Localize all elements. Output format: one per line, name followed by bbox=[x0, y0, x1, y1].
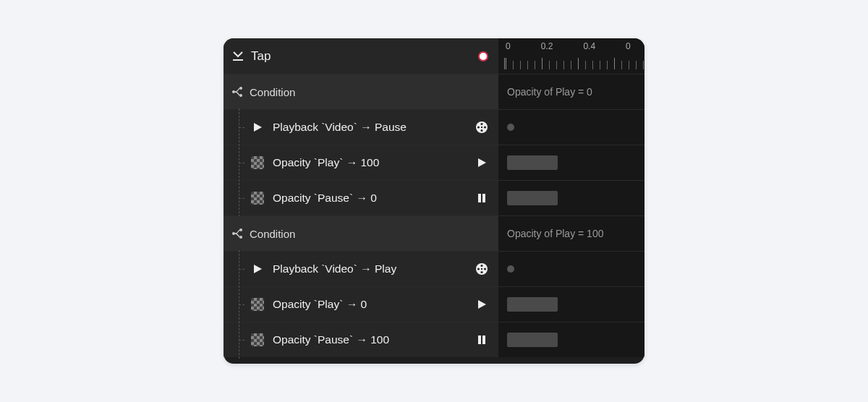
opacity-icon bbox=[250, 296, 265, 312]
ruler-label: 0 bbox=[506, 41, 511, 51]
action-row[interactable]: Opacity `Play` → 100 bbox=[224, 145, 644, 180]
tree-connector bbox=[231, 322, 248, 357]
keyframe-bar[interactable] bbox=[507, 191, 558, 205]
condition-row[interactable]: Condition Opacity of Play = 100 bbox=[224, 215, 644, 251]
svg-point-22 bbox=[480, 271, 482, 273]
tree-connector bbox=[231, 252, 248, 286]
svg-point-15 bbox=[239, 228, 242, 231]
svg-point-3 bbox=[239, 94, 242, 97]
play-icon bbox=[250, 119, 265, 135]
opacity-icon bbox=[250, 332, 265, 348]
action-row[interactable]: Playback `Video` → Play bbox=[224, 251, 644, 286]
condition-label: Condition bbox=[250, 86, 295, 98]
svg-point-21 bbox=[484, 268, 486, 270]
play-icon[interactable] bbox=[474, 296, 490, 312]
condition-description: Opacity of Play = 100 bbox=[507, 228, 603, 239]
svg-point-23 bbox=[481, 268, 482, 270]
reel-icon[interactable] bbox=[474, 119, 490, 135]
pause-icon[interactable] bbox=[474, 190, 490, 206]
svg-point-9 bbox=[480, 129, 482, 132]
action-text: Opacity `Pause` → 100 bbox=[273, 333, 389, 346]
keyframe-bar[interactable] bbox=[507, 155, 558, 170]
ruler-label: 0 bbox=[626, 41, 631, 51]
action-row[interactable]: Opacity `Pause` → 0 bbox=[224, 180, 644, 215]
ruler-label: 0.4 bbox=[583, 41, 595, 51]
action-text: Playback `Video` → Pause bbox=[273, 121, 407, 134]
opacity-icon bbox=[250, 155, 265, 171]
timeline-ruler[interactable]: 0 0.2 0.4 0 bbox=[498, 38, 644, 74]
keyframe-dot[interactable] bbox=[507, 124, 514, 131]
condition-row[interactable]: Condition Opacity of Play = 0 bbox=[224, 74, 644, 109]
condition-description: Opacity of Play = 0 bbox=[507, 86, 592, 98]
action-text: Opacity `Play` → 100 bbox=[273, 156, 379, 169]
svg-point-7 bbox=[477, 126, 480, 128]
play-icon[interactable] bbox=[474, 155, 490, 171]
svg-point-19 bbox=[480, 265, 482, 267]
branch-icon bbox=[231, 227, 244, 240]
reel-icon[interactable] bbox=[474, 261, 490, 277]
play-icon bbox=[250, 261, 265, 277]
svg-point-16 bbox=[239, 236, 242, 239]
keyframe-dot[interactable] bbox=[507, 265, 514, 273]
keyframe-bar[interactable] bbox=[507, 297, 558, 312]
svg-rect-26 bbox=[482, 335, 485, 344]
keyframe-bar[interactable] bbox=[507, 333, 558, 347]
pause-icon[interactable] bbox=[474, 332, 490, 348]
svg-rect-25 bbox=[478, 335, 481, 344]
action-row[interactable]: Playback `Video` → Pause bbox=[224, 109, 644, 145]
record-indicator[interactable] bbox=[478, 51, 488, 61]
trigger-header[interactable]: Tap bbox=[224, 38, 498, 74]
svg-marker-17 bbox=[254, 265, 262, 273]
svg-marker-4 bbox=[254, 123, 262, 132]
trigger-title: Tap bbox=[251, 49, 271, 64]
svg-point-8 bbox=[484, 126, 486, 128]
svg-point-10 bbox=[481, 127, 482, 128]
svg-marker-24 bbox=[478, 300, 486, 309]
action-row[interactable]: Opacity `Pause` → 100 bbox=[224, 322, 644, 357]
svg-point-2 bbox=[239, 87, 242, 90]
tree-connector bbox=[231, 145, 248, 180]
ruler-label: 0.2 bbox=[541, 41, 553, 51]
opacity-icon bbox=[250, 190, 265, 206]
svg-point-20 bbox=[477, 268, 480, 270]
svg-point-6 bbox=[480, 123, 482, 125]
action-text: Opacity `Play` → 0 bbox=[273, 298, 367, 311]
action-text: Playback `Video` → Play bbox=[273, 262, 396, 275]
svg-rect-13 bbox=[482, 194, 485, 202]
svg-point-1 bbox=[232, 90, 235, 93]
branch-icon bbox=[231, 85, 244, 98]
interaction-panel: Tap 0 0.2 0.4 0 bbox=[224, 38, 644, 364]
action-row[interactable]: Opacity `Play` → 0 bbox=[224, 286, 644, 322]
svg-marker-11 bbox=[478, 158, 486, 167]
tree-connector bbox=[231, 110, 248, 145]
trigger-header-row: Tap 0 0.2 0.4 0 bbox=[224, 38, 644, 74]
action-text: Opacity `Pause` → 0 bbox=[273, 192, 377, 205]
tree-connector bbox=[231, 287, 248, 322]
tree-connector bbox=[231, 181, 248, 215]
trigger-type-icon bbox=[231, 49, 245, 64]
svg-rect-12 bbox=[478, 194, 481, 202]
svg-point-14 bbox=[232, 232, 235, 235]
condition-label: Condition bbox=[250, 228, 295, 240]
